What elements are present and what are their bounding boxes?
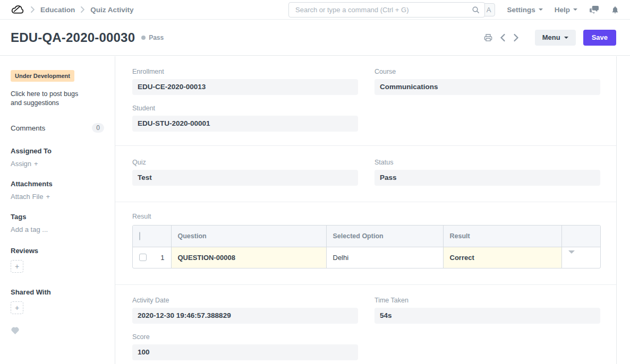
grid-row: 1 QUESTION-00008 Delhi Correct (133, 247, 601, 268)
status-badge: Pass (149, 34, 164, 41)
plus-icon: + (46, 193, 50, 201)
reviews-heading: Reviews (11, 247, 104, 255)
section-quiz: Quiz Test Status Pass (115, 146, 616, 202)
field-enrollment: Enrollment EDU-CE-2020-00013 (132, 68, 358, 95)
menu-button[interactable]: Menu (535, 30, 576, 46)
like-heart-icon[interactable] (11, 326, 20, 336)
select-all-checkbox[interactable] (139, 232, 140, 240)
activity-date-input[interactable]: 2020-12-30 19:46:57.388829 (132, 308, 358, 324)
field-activity-date: Activity Date 2020-12-30 19:46:57.388829 (132, 297, 358, 324)
column-header-selected-option: Selected Option (326, 226, 443, 247)
column-header-actions (561, 226, 601, 247)
score-label: Score (132, 333, 358, 341)
comments-count-badge: 0 (92, 123, 104, 133)
field-score: Score 100 (132, 333, 358, 360)
app-logo-icon[interactable] (11, 4, 25, 15)
column-header-question: Question (171, 226, 326, 247)
chevron-down-icon (539, 8, 543, 11)
plus-icon: + (15, 304, 19, 312)
section-activity: Activity Date 2020-12-30 19:46:57.388829… (115, 285, 616, 360)
row-expand-caret-icon[interactable] (568, 250, 575, 262)
field-time-taken: Time Taken 54s (374, 297, 600, 324)
breadcrumb-education[interactable]: Education (40, 6, 75, 14)
plus-icon: + (34, 160, 38, 168)
add-tag-input[interactable]: Add a tag ... (11, 226, 104, 233)
under-development-badge[interactable]: Under Development (11, 70, 74, 82)
shared-with-heading: Shared With (11, 288, 104, 296)
cell-result[interactable]: Correct (443, 247, 561, 268)
assign-button[interactable]: Assign + (11, 160, 104, 168)
share-button[interactable]: + (11, 301, 23, 314)
status-input[interactable]: Pass (374, 170, 600, 186)
field-status: Status Pass (374, 159, 600, 186)
settings-menu[interactable]: Settings (507, 6, 542, 14)
field-student: Student EDU-STU-2020-00001 (132, 105, 358, 132)
sidebar-item-comments[interactable]: Comments 0 (11, 123, 104, 133)
quiz-label: Quiz (132, 159, 358, 166)
section-result: Result Question Selected Option Result (115, 202, 616, 285)
breadcrumb-quiz-activity[interactable]: Quiz Activity (90, 6, 133, 14)
quiz-activity-page: Education Quiz Activity A Settings Help (0, 0, 630, 364)
bugs-suggestions-link[interactable]: Click here to post bugs and suggestions (11, 90, 90, 108)
cell-selected-option[interactable]: Delhi (326, 247, 443, 268)
status-indicator: Pass (141, 34, 164, 41)
attach-file-label: Attach File (11, 193, 43, 201)
settings-label: Settings (507, 6, 535, 14)
student-input[interactable]: EDU-STU-2020-00001 (132, 116, 358, 132)
print-icon[interactable] (484, 33, 492, 42)
next-record-icon[interactable] (513, 33, 519, 42)
time-taken-input[interactable]: 54s (374, 308, 600, 324)
row-checkbox[interactable] (139, 254, 147, 261)
course-label: Course (374, 68, 600, 75)
column-header-result: Result (443, 226, 561, 247)
menu-button-label: Menu (542, 33, 560, 41)
chat-icon[interactable] (589, 5, 599, 14)
status-label: Status (374, 159, 600, 166)
search-icon (472, 6, 480, 14)
student-label: Student (132, 105, 358, 112)
attach-file-button[interactable]: Attach File + (11, 193, 104, 201)
global-search[interactable] (288, 2, 485, 18)
notifications-bell-icon[interactable] (611, 5, 619, 14)
help-label: Help (555, 6, 570, 14)
add-review-button[interactable]: + (11, 260, 23, 273)
status-dot-icon (141, 36, 146, 40)
result-grid: Question Selected Option Result 1 (132, 225, 601, 268)
assigned-to-heading: Assigned To (11, 147, 104, 155)
assign-label: Assign (11, 160, 31, 168)
form-body: Enrollment EDU-CE-2020-00013 Course Comm… (115, 56, 617, 364)
page-header: EDU-QA-2020-00030 Pass Menu Save (0, 20, 630, 56)
course-input[interactable]: Communications (374, 79, 600, 95)
chevron-down-icon (573, 8, 577, 11)
page-title: EDU-QA-2020-00030 (11, 30, 135, 45)
row-index: 1 (160, 254, 164, 262)
time-taken-label: Time Taken (374, 297, 600, 304)
attachments-heading: Attachments (11, 180, 104, 188)
help-menu[interactable]: Help (555, 6, 577, 14)
section-enrollment: Enrollment EDU-CE-2020-00013 Course Comm… (115, 56, 616, 146)
enrollment-label: Enrollment (132, 68, 358, 75)
prev-record-icon[interactable] (500, 33, 506, 42)
grid-header-row: Question Selected Option Result (133, 226, 601, 247)
navbar: Education Quiz Activity A Settings Help (0, 0, 630, 20)
field-quiz: Quiz Test (132, 159, 358, 186)
plus-icon: + (15, 262, 19, 271)
chevron-down-icon (564, 37, 568, 39)
tags-heading: Tags (11, 213, 104, 221)
cell-question[interactable]: QUESTION-00008 (171, 247, 326, 268)
search-input[interactable] (289, 6, 472, 14)
activity-date-label: Activity Date (132, 297, 358, 304)
chevron-right-icon (30, 6, 35, 13)
save-button[interactable]: Save (583, 30, 616, 46)
enrollment-input[interactable]: EDU-CE-2020-00013 (132, 79, 358, 95)
result-section-label: Result (132, 213, 600, 220)
quiz-input[interactable]: Test (132, 170, 358, 186)
form-sidebar: Under Development Click here to post bug… (0, 56, 115, 364)
field-course: Course Communications (374, 68, 600, 95)
score-input[interactable]: 100 (132, 344, 358, 360)
chevron-right-icon (80, 6, 85, 13)
comments-label: Comments (11, 124, 45, 132)
